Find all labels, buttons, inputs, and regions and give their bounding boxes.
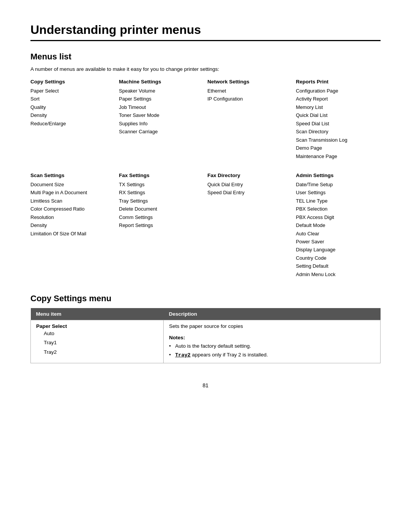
machine-job-timeout: Job Timeout: [119, 103, 204, 111]
machine-settings-col: Machine Settings Speaker Volume Paper Se…: [119, 79, 204, 160]
scan-multi-page: Multi Page in A Document: [30, 189, 115, 197]
fax-tray-settings: Tray Settings: [119, 197, 204, 205]
note-auto-default: Auto is the factory default setting.: [175, 343, 251, 349]
scan-document-size: Document Size: [30, 181, 115, 189]
admin-pbx-access-digit: PBX Access Digit: [296, 213, 381, 221]
copy-settings-menu-section: Copy Settings menu Menu item Description…: [30, 294, 381, 363]
reports-demo-page: Demo Page: [296, 144, 381, 152]
admin-user-settings: User Settings: [296, 189, 381, 197]
machine-scanner-carriage: Scanner Carriage: [119, 128, 204, 136]
machine-supplies-info: Supplies Info: [119, 120, 204, 128]
reports-maintenance-page: Maintenance Page: [296, 152, 381, 160]
scan-color-compressed-ratio: Color Compressed Ratio: [30, 205, 115, 213]
admin-menu-lock: Admin Menu Lock: [296, 270, 381, 278]
page-title: Understanding printer menus: [30, 23, 381, 37]
fax-dir-quick-dial: Quick Dial Entry: [207, 181, 292, 189]
fax-report-settings: Report Settings: [119, 221, 204, 229]
copy-settings-menu-heading: Copy Settings menu: [30, 294, 381, 304]
machine-toner-saver: Toner Saver Mode: [119, 111, 204, 119]
fax-settings-col: Fax Settings TX Settings RX Settings Tra…: [119, 173, 204, 278]
network-ip-configuration: IP Configuration: [207, 95, 292, 103]
copy-settings-col: Copy Settings Paper Select Sort Quality …: [30, 79, 115, 160]
menus-list-heading: Menus list: [30, 52, 381, 62]
intro-text: A number of menus are available to make …: [30, 66, 381, 72]
title-divider: [30, 40, 381, 41]
admin-display-language: Display Language: [296, 246, 381, 254]
admin-power-saver: Power Saver: [296, 238, 381, 246]
machine-speaker-volume: Speaker Volume: [119, 87, 204, 95]
admin-setting-default: Setting Default: [296, 262, 381, 270]
admin-tel-line-type: TEL Line Type: [296, 197, 381, 205]
reports-quick-dial-list: Quick Dial List: [296, 111, 381, 119]
scan-limitless: Limitless Scan: [30, 197, 115, 205]
reports-scan-transmission-log: Scan Transmission Log: [296, 136, 381, 144]
paper-select-tray2: Tray2: [36, 348, 158, 357]
fax-settings-header: Fax Settings: [119, 173, 204, 178]
fax-dir-speed-dial: Speed Dial Entry: [207, 189, 292, 197]
admin-country-code: Country Code: [296, 254, 381, 262]
description-cell: Sets the paper source for copies Notes: …: [164, 320, 381, 363]
network-settings-header: Network Settings: [207, 79, 292, 85]
copy-settings-sort: Sort: [30, 95, 115, 103]
notes-list: Auto is the factory default setting. Tra…: [169, 342, 375, 360]
table-row: Paper Select Auto Tray1 Tray2 Sets the p…: [31, 320, 381, 363]
paper-select-auto: Auto: [36, 329, 158, 338]
fax-delete-document: Delete Document: [119, 205, 204, 213]
copy-settings-quality: Quality: [30, 103, 115, 111]
admin-pbx-selection: PBX Selection: [296, 205, 381, 213]
machine-paper-settings: Paper Settings: [119, 95, 204, 103]
note-tray2-text: appears only if Tray 2 is installed.: [191, 352, 268, 358]
scan-settings-col: Scan Settings Document Size Multi Page i…: [30, 173, 115, 278]
copy-settings-header: Copy Settings: [30, 79, 115, 85]
reports-memory-list: Memory List: [296, 103, 381, 111]
menu-columns-row2: Scan Settings Document Size Multi Page i…: [30, 173, 381, 278]
scan-density: Density: [30, 221, 115, 229]
page-number: 81: [30, 382, 381, 388]
copy-settings-paper-select: Paper Select: [30, 87, 115, 95]
scan-settings-header: Scan Settings: [30, 173, 115, 178]
reports-scan-directory: Scan Directory: [296, 128, 381, 136]
table-header-row: Menu item Description: [31, 308, 381, 320]
fax-tx-settings: TX Settings: [119, 181, 204, 189]
paper-select-description: Sets the paper source for copies: [169, 323, 375, 329]
notes-label: Notes:: [169, 335, 375, 340]
fax-directory-header: Fax Directory: [207, 173, 292, 178]
reports-print-header: Reports Print: [296, 79, 381, 85]
fax-directory-col: Fax Directory Quick Dial Entry Speed Dia…: [207, 173, 292, 278]
admin-settings-col: Admin Settings Date/Time Setup User Sett…: [296, 173, 381, 278]
admin-datetime-setup: Date/Time Setup: [296, 181, 381, 189]
reports-print-col: Reports Print Configuration Page Activit…: [296, 79, 381, 160]
col-header-menu-item: Menu item: [31, 308, 164, 320]
paper-select-label: Paper Select: [36, 323, 158, 329]
menu-columns-row1: Copy Settings Paper Select Sort Quality …: [30, 79, 381, 160]
admin-auto-clear: Auto Clear: [296, 230, 381, 238]
fax-rx-settings: RX Settings: [119, 189, 204, 197]
copy-settings-table: Menu item Description Paper Select Auto …: [30, 308, 381, 363]
machine-settings-header: Machine Settings: [119, 79, 204, 85]
network-settings-col: Network Settings Ethernet IP Configurati…: [207, 79, 292, 160]
admin-default-mode: Default Mode: [296, 221, 381, 229]
menu-item-cell: Paper Select Auto Tray1 Tray2: [31, 320, 164, 363]
network-ethernet: Ethernet: [207, 87, 292, 95]
copy-settings-density: Density: [30, 111, 115, 119]
reports-speed-dial-list: Speed Dial List: [296, 120, 381, 128]
scan-resolution: Resolution: [30, 213, 115, 221]
tray2-mono-label: Tray2: [175, 352, 191, 358]
note-item-2: Tray2 appears only if Tray 2 is installe…: [169, 351, 375, 360]
copy-settings-reduce-enlarge: Reduce/Enlarge: [30, 120, 115, 128]
note-item-1: Auto is the factory default setting.: [169, 342, 375, 351]
scan-limitation-size-mail: Limitation Of Size Of Mail: [30, 230, 115, 238]
reports-activity-report: Activity Report: [296, 95, 381, 103]
admin-settings-header: Admin Settings: [296, 173, 381, 178]
reports-config-page: Configuration Page: [296, 87, 381, 95]
paper-select-tray1: Tray1: [36, 338, 158, 347]
col-header-description: Description: [164, 308, 381, 320]
fax-comm-settings: Comm Settings: [119, 213, 204, 221]
